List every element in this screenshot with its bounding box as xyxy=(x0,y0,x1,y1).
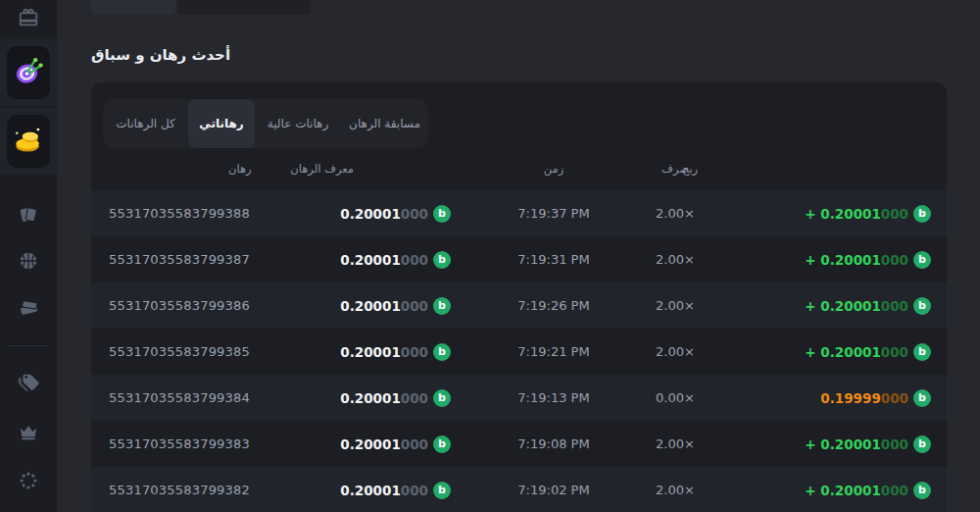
sidebar-item-gift[interactable] xyxy=(0,0,57,39)
sidebar xyxy=(0,0,57,512)
coin-icon: b xyxy=(433,205,451,223)
gift-icon xyxy=(18,7,39,32)
coin-icon: b xyxy=(433,435,451,453)
coin-icon: b xyxy=(433,482,451,499)
tab-my-bets[interactable]: رهاناتي xyxy=(188,99,255,148)
sidebar-divider xyxy=(9,345,48,346)
coin-icon: b xyxy=(433,389,451,407)
dotted-circle-icon xyxy=(18,470,39,495)
table-body: 55317035583799388 0.20001000b 7:19:37 PM… xyxy=(91,190,947,512)
coin-icon: b xyxy=(913,482,931,499)
coin-icon: b xyxy=(913,205,931,223)
table-row[interactable]: 55317035583799385 0.20001000b 7:19:21 PM… xyxy=(91,329,947,375)
column-header-profit: ربح xyxy=(682,157,931,180)
coin-icon: b xyxy=(433,297,451,315)
coin-icon: b xyxy=(913,251,931,269)
page-title: أحدث رهان و سباق xyxy=(91,46,230,64)
table-row[interactable]: 55317035583799388 0.20001000b 7:19:37 PM… xyxy=(91,190,947,236)
column-header-time: زمن xyxy=(475,157,632,180)
tab-bet-race[interactable]: مسابقة الرهان xyxy=(341,99,428,148)
darts-target-icon xyxy=(11,53,46,92)
top-tab-left[interactable] xyxy=(91,0,175,15)
coin-icon: b xyxy=(913,297,931,315)
coin-icon: b xyxy=(433,343,451,361)
top-tab-right[interactable] xyxy=(177,0,311,15)
darts-tile xyxy=(7,46,50,99)
sidebar-item-casino[interactable] xyxy=(0,197,57,236)
tickets-icon xyxy=(18,296,39,322)
sidebar-item-promotions[interactable] xyxy=(0,364,57,403)
tab-all-bets[interactable]: كل الرهانات xyxy=(103,99,188,148)
table-header-row: معرف الرهان رهان زمن صرف ربح xyxy=(91,157,947,180)
bets-tabbar: كل الرهانات رهاناتي رهانات عالية مسابقة … xyxy=(103,99,428,148)
crown-icon xyxy=(18,422,39,447)
gold-coins-icon xyxy=(11,122,46,161)
coin-icon: b xyxy=(913,343,931,361)
tab-high-bets[interactable]: رهانات عالية xyxy=(255,99,341,148)
casino-cards-icon xyxy=(18,204,39,230)
sidebar-item-vip[interactable] xyxy=(0,415,57,454)
coin-icon: b xyxy=(913,389,931,407)
sidebar-item-sports[interactable] xyxy=(0,243,57,282)
bets-card: كل الرهانات رهاناتي رهانات عالية مسابقة … xyxy=(91,82,947,512)
sidebar-item-coins[interactable] xyxy=(0,108,57,175)
coins-tile xyxy=(7,115,50,168)
table-row[interactable]: 55317035583799382 0.20001000b 7:19:02 PM… xyxy=(91,467,947,512)
coin-icon: b xyxy=(433,251,451,269)
sidebar-item-darts[interactable] xyxy=(0,39,57,106)
sidebar-item-community[interactable] xyxy=(0,463,57,502)
table-row[interactable]: 55317035583799386 0.20001000b 7:19:26 PM… xyxy=(91,282,947,329)
table-row[interactable]: 55317035583799387 0.20001000b 7:19:31 PM… xyxy=(91,236,947,282)
tags-icon xyxy=(18,371,39,396)
table-row[interactable]: 55317035583799383 0.20001000b 7:19:08 PM… xyxy=(91,421,947,467)
table-row[interactable]: 55317035583799384 0.20001000b 7:19:13 PM… xyxy=(91,375,947,421)
basketball-icon xyxy=(18,250,39,276)
sidebar-item-tickets[interactable] xyxy=(0,289,57,329)
column-header-bet: رهان xyxy=(228,157,451,180)
coin-icon: b xyxy=(913,435,931,453)
